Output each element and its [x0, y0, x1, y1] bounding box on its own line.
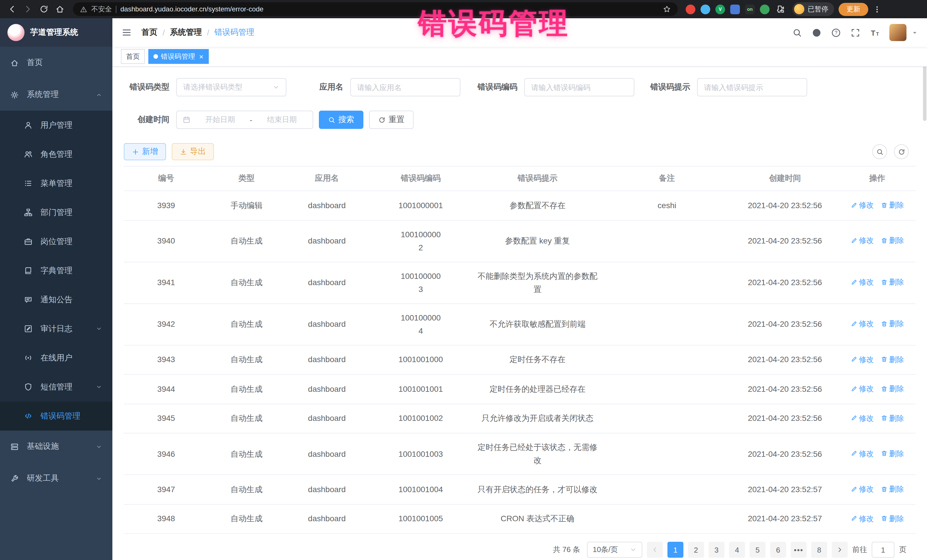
edit-link[interactable]: 修改 [850, 382, 874, 395]
user-icon [24, 121, 33, 129]
cell-type: 自动生成 [208, 262, 284, 304]
browser-menu-icon[interactable] [869, 2, 884, 17]
github-icon[interactable] [812, 28, 821, 37]
font-size-icon[interactable]: TT [870, 28, 880, 37]
sidebar-item-post[interactable]: 岗位管理 [0, 227, 112, 256]
browser-update-button[interactable]: 更新 [839, 3, 868, 16]
browser-reload-icon[interactable] [36, 2, 51, 17]
delete-link[interactable]: 删除 [880, 483, 904, 496]
extension-blue-drop-icon[interactable] [701, 4, 710, 14]
hamburger-icon[interactable] [122, 27, 132, 38]
extension-green-v-icon[interactable]: V [715, 4, 725, 14]
sidebar-item-menu[interactable]: 菜单管理 [0, 169, 112, 198]
error-type-select[interactable]: 请选择错误码类型 [176, 78, 286, 96]
edit-link[interactable]: 修改 [850, 199, 874, 212]
bookmark-star-icon[interactable] [663, 5, 671, 13]
breadcrumb-item[interactable]: 系统管理 [170, 27, 202, 38]
edit-link[interactable]: 修改 [850, 353, 874, 366]
sidebar-item-audit-log[interactable]: 审计日志 [0, 314, 112, 343]
delete-link[interactable]: 删除 [880, 382, 904, 395]
pager-page-5[interactable]: 5 [749, 542, 766, 558]
delete-link[interactable]: 删除 [880, 234, 904, 247]
edit-link[interactable]: 修改 [850, 276, 874, 289]
cell-type: 自动生成 [208, 433, 284, 475]
pager-page-8[interactable]: 8 [811, 542, 827, 558]
edit-link[interactable]: 修改 [850, 411, 874, 425]
toggle-search-button[interactable] [872, 144, 887, 159]
goto-label: 前往 [852, 545, 867, 555]
delete-link[interactable]: 删除 [880, 512, 904, 525]
address-bar[interactable]: 不安全 dashboard.yudao.iocoder.cn/system/er… [73, 2, 678, 16]
pager-page-1[interactable]: 1 [667, 542, 684, 558]
tag-active[interactable]: 错误码管理× [148, 49, 208, 64]
goto-page-input[interactable] [872, 542, 895, 558]
pager-more-button[interactable]: ••• [791, 542, 807, 558]
tag-close-icon[interactable]: × [199, 53, 204, 60]
browser-back-icon[interactable] [5, 2, 20, 17]
pager-page-6[interactable]: 6 [770, 542, 786, 558]
reset-button[interactable]: 重置 [369, 111, 413, 129]
browser-home-icon[interactable] [53, 2, 67, 17]
search-button[interactable]: 搜索 [319, 111, 363, 129]
fullscreen-icon[interactable] [851, 28, 860, 37]
edit-link[interactable]: 修改 [850, 447, 874, 460]
app-name-input[interactable] [357, 83, 453, 91]
refresh-table-button[interactable] [894, 144, 909, 159]
sidebar-item-devtools[interactable]: 研发工具 [0, 463, 112, 495]
browser-profile-chip[interactable]: 已暂停 [792, 2, 834, 16]
sidebar-item-notice[interactable]: 通知公告 [0, 285, 112, 314]
export-button[interactable]: 导出 [172, 143, 214, 160]
cell-app: dashboard [285, 504, 369, 533]
next-page-button[interactable] [832, 542, 848, 558]
navbar-right: ? TT [792, 24, 918, 41]
extension-green-leaf-icon[interactable] [760, 4, 769, 14]
pager-page-3[interactable]: 3 [708, 542, 725, 558]
edit-link[interactable]: 修改 [850, 234, 874, 247]
sidebar-item-infra[interactable]: 基础设施 [0, 431, 112, 463]
sidebar-item-system[interactable]: 系统管理 [0, 79, 112, 111]
cell-time: 2021-04-20 23:52:56 [731, 262, 839, 304]
help-icon[interactable]: ? [831, 28, 841, 37]
hint-input[interactable] [704, 83, 800, 91]
browser-forward-icon[interactable] [21, 2, 35, 17]
extension-red-icon[interactable] [686, 4, 695, 14]
delete-link[interactable]: 删除 [880, 447, 904, 460]
edit-link[interactable]: 修改 [850, 317, 874, 331]
sidebar-item-error-code[interactable]: 错误码管理 [0, 401, 112, 431]
sidebar-item-sms[interactable]: 短信管理 [0, 372, 112, 401]
sidebar-item-online-user[interactable]: 在线用户 [0, 343, 112, 372]
pager-page-2[interactable]: 2 [688, 542, 704, 558]
caret-down-icon[interactable] [912, 29, 918, 36]
cell-remark [603, 404, 731, 433]
cell-hint: 定时任务的处理器已经存在 [472, 374, 603, 404]
add-button[interactable]: 新增 [124, 143, 166, 160]
delete-link[interactable]: 删除 [880, 411, 904, 425]
prev-page-button[interactable] [647, 542, 663, 558]
user-avatar[interactable] [889, 24, 906, 41]
sidebar-item-user[interactable]: 用户管理 [0, 111, 112, 140]
pager-page-4[interactable]: 4 [729, 542, 745, 558]
delete-link[interactable]: 删除 [880, 199, 904, 212]
sidebar-item-dept[interactable]: 部门管理 [0, 198, 112, 227]
sidebar-item-home[interactable]: 首页 [0, 47, 112, 79]
create-time-range-picker[interactable]: 开始日期 - 结束日期 [176, 111, 313, 129]
search-icon[interactable] [792, 28, 802, 37]
edit-link[interactable]: 修改 [850, 512, 874, 525]
sidebar-item-role[interactable]: 角色管理 [0, 140, 112, 169]
breadcrumb-item[interactable]: 首页 [141, 27, 158, 38]
sidebar-item-label: 在线用户 [41, 353, 73, 363]
logo-image [8, 24, 24, 41]
cell-hint: 参数配置不存在 [472, 191, 603, 220]
extension-dark-on-icon[interactable]: on [745, 4, 755, 14]
delete-link[interactable]: 删除 [880, 353, 904, 366]
svg-text:?: ? [834, 30, 837, 35]
code-input[interactable] [531, 83, 628, 91]
delete-link[interactable]: 删除 [880, 317, 904, 331]
extensions-puzzle-icon[interactable] [773, 2, 788, 17]
extension-blue-grid-icon[interactable] [730, 4, 740, 14]
page-size-select[interactable]: 10条/页 [587, 542, 642, 558]
tag-item[interactable]: 首页 [121, 49, 145, 64]
sidebar-item-dict[interactable]: 字典管理 [0, 256, 112, 285]
delete-link[interactable]: 删除 [880, 276, 904, 289]
edit-link[interactable]: 修改 [850, 483, 874, 496]
